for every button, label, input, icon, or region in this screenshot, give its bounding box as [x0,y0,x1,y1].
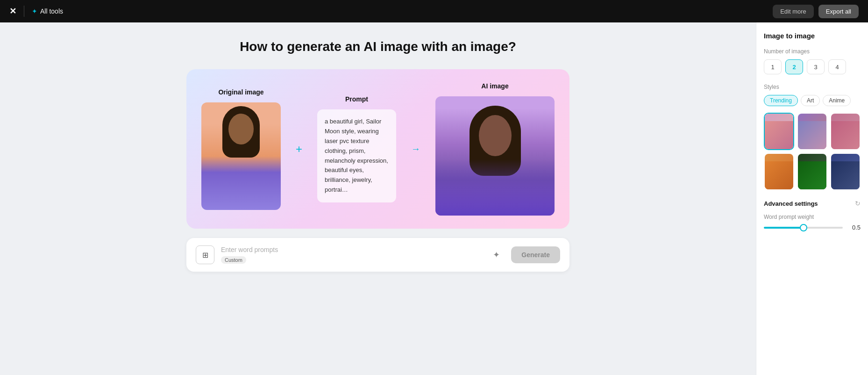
style-item-cgi-surreal[interactable]: CGI surreal [830,113,861,150]
original-label: Original image [218,88,263,96]
content-area: How to generate an AI image with an imag… [0,22,756,375]
tab-anime[interactable]: Anime [823,95,851,106]
navbar: ✕ ✦ All tools Edit more Export all [0,0,868,22]
plus-icon: + [296,143,302,156]
image-add-icon: ⊞ [202,251,208,260]
right-sidebar: Image to image Number of images 1 2 3 4 … [756,22,868,375]
styles-tabs: Trending Art Anime [764,95,861,106]
original-image [201,102,281,210]
style-grid: Custom Surreal CGI surreal American cart… [764,113,861,190]
original-image-section: Original image [201,88,281,210]
ai-glow [435,159,555,216]
style-item-custom[interactable]: Custom [764,113,794,150]
style-item-american-cartoon[interactable]: American cartoon [764,153,794,190]
page-title: How to generate an AI image with an imag… [240,39,516,54]
ai-face-shape [479,115,512,156]
nav-divider [24,6,24,17]
input-content: Enter word prompts Custom [221,246,481,264]
style-item-cyberpunk[interactable]: Cyberpunk [797,153,827,190]
style-label-surreal: Surreal [798,149,826,150]
style-item-surreal[interactable]: Surreal [797,113,827,150]
num-images-label: Number of images [764,48,861,55]
face-shape [228,114,254,144]
magic-wand-button[interactable]: ✦ [488,246,505,263]
refresh-icon[interactable]: ↻ [855,200,861,207]
ai-label: AI image [481,82,508,90]
slider-value: 0.5 [847,224,861,231]
slider-row: 0.5 [764,224,861,231]
custom-badge: Custom [221,256,246,264]
ai-image [435,96,555,216]
tab-art[interactable]: Art [801,95,820,106]
export-all-button[interactable]: Export all [818,5,859,18]
image-upload-button[interactable]: ⊞ [196,245,214,264]
word-prompt-weight-slider[interactable] [764,227,843,229]
sidebar-title: Image to image [764,32,861,40]
style-item-oil-painting-anime[interactable]: Oil painting anime [830,153,861,190]
style-label-cyberpunk: Cyberpunk [798,189,826,190]
styles-label: Styles [764,84,861,90]
input-placeholder[interactable]: Enter word prompts [221,246,481,253]
advanced-settings-label: Advanced settings [764,200,818,207]
all-tools-label: All tools [40,7,63,15]
prompt-text: a beautiful girl, Sailor Moon style, wea… [317,109,396,202]
logo[interactable]: ✕ [9,6,16,16]
demo-card: Original image + Prompt a beautiful girl… [186,69,569,229]
all-tools-nav[interactable]: ✦ All tools [32,7,63,15]
num-1-button[interactable]: 1 [764,59,782,74]
main-area: How to generate an AI image with an imag… [0,0,868,375]
prompt-section: Prompt a beautiful girl, Sailor Moon sty… [317,95,396,202]
num-2-button[interactable]: 2 [785,59,803,74]
word-prompt-weight-label: Word prompt weight [764,214,861,220]
generate-button[interactable]: Generate [511,246,560,263]
ai-image-section: AI image [435,82,555,216]
logo-icon: ✕ [9,6,16,16]
magic-icon: ✦ [493,250,500,260]
num-4-button[interactable]: 4 [828,59,846,74]
tab-trending[interactable]: Trending [764,95,798,106]
advanced-settings-row: Advanced settings ↻ [764,200,861,207]
prompt-label: Prompt [345,95,368,103]
num-3-button[interactable]: 3 [807,59,825,74]
edit-more-button[interactable]: Edit more [773,5,814,18]
arrow-icon: → [411,144,420,154]
style-label-american-cartoon: American cartoon [765,189,793,190]
input-bar: ⊞ Enter word prompts Custom ✦ Generate [186,238,569,272]
style-label-oil-painting-anime: Oil painting anime [831,189,860,190]
navbar-left: ✕ ✦ All tools [9,6,63,17]
style-label-custom: Custom [765,149,793,150]
navbar-right: Edit more Export all [773,5,859,18]
style-label-cgi-surreal: CGI surreal [831,149,860,150]
num-images-row: 1 2 3 4 [764,59,861,74]
tools-icon: ✦ [32,7,37,15]
